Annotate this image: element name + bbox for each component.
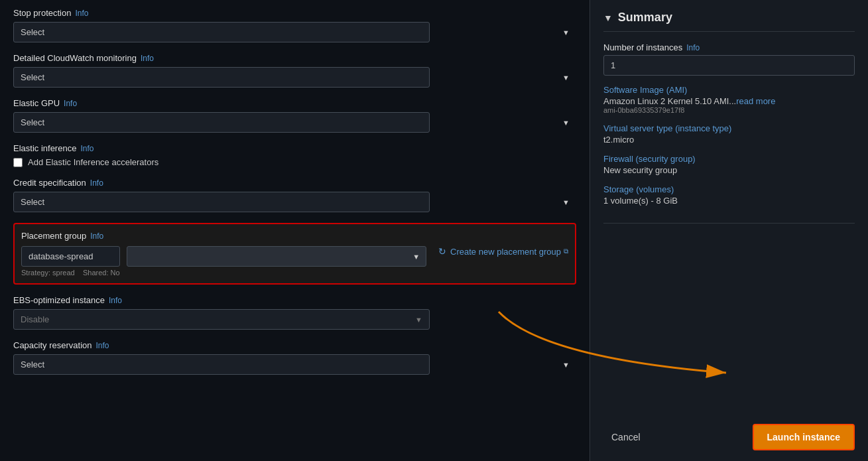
cloudwatch-section: Detailed CloudWatch monitoring Info Sele… <box>13 53 576 88</box>
cloudwatch-chevron-icon: ▼ <box>562 74 570 82</box>
summary-divider <box>603 223 855 224</box>
storage-row: Storage (volumes) 1 volume(s) - 8 GiB <box>603 184 855 206</box>
external-link-icon: ⧉ <box>564 247 568 255</box>
ebs-optimized-section: EBS-optimized instance Info Disable ▼ <box>13 295 576 330</box>
ami-id: ami-0bba69335379e17f8 <box>603 106 855 114</box>
placement-select[interactable] <box>127 246 426 267</box>
create-placement-link[interactable]: Create new placement group ⧉ <box>450 247 568 257</box>
firewall-value: New security group <box>603 165 855 175</box>
cloudwatch-label: Detailed CloudWatch monitoring <box>13 53 137 63</box>
storage-value: 1 volume(s) - 8 GiB <box>603 196 855 206</box>
instance-type-label[interactable]: Virtual server type (instance type) <box>603 123 855 133</box>
summary-title: Summary <box>618 11 672 25</box>
capacity-reservation-label: Capacity reservation <box>13 340 92 350</box>
ebs-optimized-select-wrapper: Disable ▼ <box>13 309 576 330</box>
summary-header: ▼ Summary <box>603 11 855 32</box>
elastic-gpu-section: Elastic GPU Info Select ▼ <box>13 98 576 133</box>
ami-name-text: Amazon Linux 2 Kernel 5.10 AMI... <box>603 96 736 106</box>
credit-specification-info[interactable]: Info <box>90 178 103 188</box>
placement-name-container: database-spread Strategy: spread Shared:… <box>21 246 120 277</box>
capacity-reservation-section: Capacity reservation Info Select ▼ <box>13 340 576 375</box>
ebs-optimized-label: EBS-optimized instance <box>13 295 105 305</box>
launch-instance-button[interactable]: Launch instance <box>753 424 855 450</box>
credit-specification-select[interactable]: Select <box>13 192 430 212</box>
ami-row: Software Image (AMI) Amazon Linux 2 Kern… <box>603 85 855 114</box>
refresh-icon[interactable]: ↻ <box>438 246 446 257</box>
elastic-inference-section: Elastic inference Info Add Elastic Infer… <box>13 143 576 167</box>
ebs-optimized-info[interactable]: Info <box>109 296 122 305</box>
placement-group-section: Placement group Info database-spread Str… <box>13 223 576 285</box>
elastic-gpu-label: Elastic GPU <box>13 98 60 108</box>
stop-protection-select-wrapper: Select ▼ <box>13 22 576 42</box>
summary-panel: ▼ Summary Number of instances Info Softw… <box>589 0 868 461</box>
elastic-inference-label: Elastic inference <box>13 143 76 153</box>
firewall-label[interactable]: Firewall (security group) <box>603 154 855 164</box>
cloudwatch-info[interactable]: Info <box>141 54 154 63</box>
ami-name-value: Amazon Linux 2 Kernel 5.10 AMI...read mo… <box>603 96 855 106</box>
stop-protection-select[interactable]: Select <box>13 22 430 42</box>
ami-read-more[interactable]: read more <box>736 96 775 106</box>
elastic-inference-checkbox[interactable] <box>13 158 23 167</box>
placement-group-controls: database-spread Strategy: spread Shared:… <box>21 246 568 277</box>
placement-strategy: Strategy: spread <box>21 269 75 277</box>
ebs-optimized-chevron-icon: ▼ <box>415 316 422 324</box>
instances-label-row: Number of instances Info <box>603 42 855 52</box>
placement-shared: Shared: No <box>83 269 120 277</box>
main-panel: Stop protection Info Select ▼ Detailed C… <box>0 0 589 461</box>
instances-info[interactable]: Info <box>686 43 700 52</box>
create-placement-link-text: Create new placement group <box>450 247 561 257</box>
credit-specification-label: Credit specification <box>13 178 86 188</box>
firewall-row: Firewall (security group) New security g… <box>603 154 855 175</box>
elastic-inference-info[interactable]: Info <box>80 144 93 153</box>
instance-type-value: t2.micro <box>603 135 855 145</box>
elastic-gpu-select[interactable]: Select <box>13 112 430 133</box>
stop-protection-chevron-icon: ▼ <box>562 29 570 36</box>
elastic-inference-checkbox-row: Add Elastic Inference accelerators <box>13 157 576 167</box>
instances-input[interactable] <box>603 55 855 76</box>
cloudwatch-select[interactable]: Select <box>13 67 430 88</box>
elastic-gpu-info[interactable]: Info <box>64 99 77 108</box>
credit-specification-section: Credit specification Info Select ▼ <box>13 178 576 212</box>
instance-type-row: Virtual server type (instance type) t2.m… <box>603 123 855 145</box>
stop-protection-section: Stop protection Info Select ▼ <box>13 8 576 42</box>
summary-chevron-icon: ▼ <box>603 13 613 23</box>
bottom-actions: Cancel Launch instance <box>603 416 855 450</box>
stop-protection-label: Stop protection <box>13 8 71 18</box>
cancel-button[interactable]: Cancel <box>603 427 649 448</box>
capacity-reservation-select-wrapper: Select ▼ <box>13 354 576 375</box>
credit-specification-select-wrapper: Select ▼ <box>13 192 576 212</box>
elastic-inference-checkbox-label: Add Elastic Inference accelerators <box>28 157 158 167</box>
stop-protection-info[interactable]: Info <box>75 9 88 18</box>
placement-group-label: Placement group <box>21 231 86 241</box>
credit-specification-chevron-icon: ▼ <box>562 198 570 206</box>
elastic-gpu-chevron-icon: ▼ <box>562 119 570 127</box>
ebs-optimized-value: Disable ▼ <box>13 309 430 330</box>
placement-name-value: database-spread <box>21 246 120 267</box>
ami-label[interactable]: Software Image (AMI) <box>603 85 855 95</box>
placement-group-info[interactable]: Info <box>90 231 103 241</box>
instances-label: Number of instances <box>603 42 682 52</box>
capacity-reservation-info[interactable]: Info <box>96 341 109 350</box>
create-placement-area: ↻ Create new placement group ⧉ <box>438 246 568 257</box>
cloudwatch-select-wrapper: Select ▼ <box>13 67 576 88</box>
capacity-reservation-chevron-icon: ▼ <box>562 361 570 369</box>
placement-meta: Strategy: spread Shared: No <box>21 269 120 277</box>
placement-select-wrapper: ▼ <box>127 246 426 267</box>
elastic-gpu-select-wrapper: Select ▼ <box>13 112 576 133</box>
storage-label[interactable]: Storage (volumes) <box>603 184 855 194</box>
capacity-reservation-select[interactable]: Select <box>13 354 430 375</box>
